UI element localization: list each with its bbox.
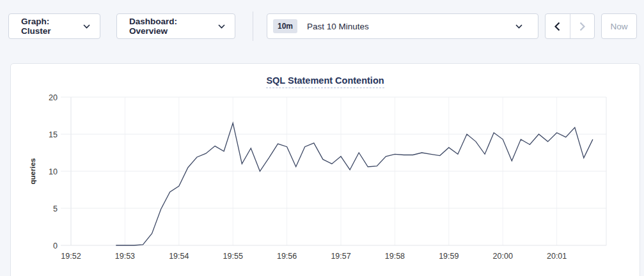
line-chart[interactable]: 19:5219:5319:5419:5519:5619:5719:5819:59… [11, 89, 640, 275]
svg-text:20:01: 20:01 [547, 252, 567, 261]
svg-text:19:59: 19:59 [439, 252, 459, 261]
next-time-button[interactable] [570, 14, 595, 38]
chart-title-row: SQL Statement Contention [11, 64, 640, 89]
chevron-right-icon [579, 22, 585, 31]
svg-text:19:54: 19:54 [169, 252, 189, 261]
time-range-badge: 10m [273, 19, 297, 33]
svg-text:19:53: 19:53 [115, 252, 135, 261]
svg-text:20:00: 20:00 [493, 252, 513, 261]
graph-dropdown[interactable]: Graph: Cluster [8, 13, 100, 39]
prev-time-button[interactable] [546, 14, 570, 38]
svg-text:10: 10 [49, 167, 58, 176]
chevron-down-icon [83, 24, 90, 29]
svg-text:0: 0 [53, 241, 58, 250]
svg-text:20: 20 [49, 93, 58, 102]
dashboard-dropdown-label: Dashboard: Overview [129, 17, 212, 36]
svg-text:queries: queries [29, 158, 36, 185]
chevron-left-icon [554, 22, 560, 31]
svg-text:15: 15 [49, 130, 58, 139]
chart-title[interactable]: SQL Statement Contention [266, 75, 384, 88]
line-chart-svg[interactable]: 19:5219:5319:5419:5519:5619:5719:5819:59… [11, 89, 640, 275]
chevron-down-icon [218, 24, 225, 29]
svg-text:19:57: 19:57 [331, 252, 350, 261]
now-button[interactable]: Now [601, 13, 637, 39]
svg-text:19:58: 19:58 [385, 252, 405, 261]
svg-text:19:55: 19:55 [223, 252, 243, 261]
time-step-group [545, 13, 595, 39]
toolbar-divider [253, 12, 253, 41]
svg-text:19:52: 19:52 [61, 252, 81, 261]
toolbar: Graph: Cluster Dashboard: Overview 10m P… [0, 0, 644, 43]
svg-text:5: 5 [53, 204, 58, 213]
dashboard-dropdown[interactable]: Dashboard: Overview [116, 13, 235, 39]
time-range-label: Past 10 Minutes [307, 22, 369, 31]
time-range-selector[interactable]: 10m Past 10 Minutes [267, 13, 538, 39]
now-button-label: Now [610, 22, 627, 31]
chart-panel: SQL Statement Contention 19:5219:5319:54… [10, 63, 640, 276]
graph-dropdown-label: Graph: Cluster [21, 17, 77, 36]
chevron-down-icon [515, 24, 522, 29]
svg-text:19:56: 19:56 [277, 252, 297, 261]
